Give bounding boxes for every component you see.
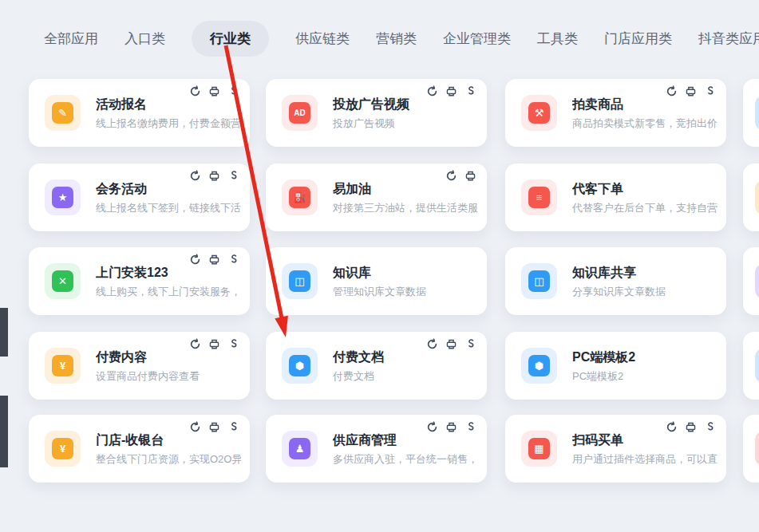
clipboard-order-icon: ≡	[521, 179, 557, 215]
card-desc: 设置商品付费内容查看	[96, 369, 241, 384]
card-desc: 用户通过插件选择商品，可以直接...	[572, 452, 717, 467]
refresh-icon[interactable]	[445, 170, 457, 182]
app-icon	[755, 348, 759, 384]
link-icon[interactable]	[464, 85, 476, 97]
card-desc: 管理知识库文章数据	[333, 285, 478, 299]
app-card-daike-xiadan[interactable]: ≡ 代客下单 代替客户在后台下单，支持自营，...	[505, 164, 726, 231]
card-title: 付费内容	[96, 349, 241, 366]
app-card-huiwu-huodong[interactable]: ★ 会务活动 线上报名线下签到，链接线下活动。	[29, 164, 250, 231]
card-desc: 商品拍卖模式新零售，竞拍出价得...	[572, 116, 717, 131]
print-icon[interactable]	[445, 338, 457, 350]
tab-marketing[interactable]: 营销类	[376, 21, 417, 57]
paid-content-icon: ¥	[45, 348, 81, 384]
tab-entrance[interactable]: 入口类	[125, 21, 165, 57]
tab-industry[interactable]: 行业类	[192, 21, 269, 57]
card-title: PC端模板2	[572, 349, 717, 366]
print-icon[interactable]	[445, 85, 457, 97]
card-actions	[189, 85, 239, 97]
link-icon[interactable]	[704, 85, 716, 97]
app-icon	[755, 263, 759, 299]
refresh-icon[interactable]	[189, 421, 201, 433]
link-icon[interactable]	[227, 85, 239, 97]
app-card-saoma-maidan[interactable]: ▦ 扫码买单 用户通过插件选择商品，可以直接...	[505, 415, 726, 483]
tab-enterprise-mgmt[interactable]: 企业管理类	[443, 21, 511, 57]
open-book-icon: ◫	[282, 263, 318, 299]
partial-card[interactable]	[743, 79, 759, 147]
card-desc: 分享知识库文章数据	[572, 285, 717, 299]
card-actions	[189, 254, 239, 266]
card-actions	[666, 421, 716, 433]
tab-all-apps[interactable]: 全部应用	[44, 21, 98, 57]
print-icon[interactable]	[208, 85, 220, 97]
card-desc: 多供应商入驻，平台统一销售，商...	[333, 452, 478, 467]
refresh-icon[interactable]	[426, 85, 438, 97]
left-edge-panel-fragment	[0, 396, 8, 467]
app-icon	[755, 95, 759, 131]
card-desc: 投放广告视频	[333, 116, 478, 131]
card-title: 活动报名	[96, 97, 241, 113]
print-icon[interactable]	[208, 170, 220, 182]
ad-video-icon: AD	[282, 95, 318, 131]
signup-form-icon: ✎	[45, 95, 81, 131]
card-title: 门店-收银台	[96, 432, 241, 449]
link-icon[interactable]	[464, 421, 476, 433]
card-title: 扫码买单	[572, 432, 717, 449]
app-card-fufei-wendang[interactable]: ⬢ 付费文档 付费文档	[266, 332, 487, 400]
card-title: 投放广告视频	[333, 97, 478, 113]
card-actions	[189, 338, 239, 350]
card-actions	[189, 170, 239, 182]
app-card-paimai-shangpin[interactable]: ⚒ 拍卖商品 商品拍卖模式新零售，竞拍出价得...	[505, 79, 726, 147]
cube-doc-icon: ⬢	[282, 348, 318, 384]
print-icon[interactable]	[685, 421, 697, 433]
refresh-icon[interactable]	[666, 421, 678, 433]
tab-douyin-apps[interactable]: 抖音类应用	[698, 21, 759, 57]
app-card-zhishiku[interactable]: ◫ 知识库 管理知识库文章数据	[266, 247, 487, 315]
link-icon[interactable]	[227, 338, 239, 350]
toolbox-icon: ✕	[45, 263, 81, 299]
link-icon[interactable]	[704, 421, 716, 433]
print-icon[interactable]	[208, 254, 220, 266]
print-icon[interactable]	[685, 85, 697, 97]
refresh-icon[interactable]	[426, 421, 438, 433]
print-icon[interactable]	[445, 421, 457, 433]
refresh-icon[interactable]	[189, 338, 201, 350]
app-card-pc-template-2[interactable]: ⬢ PC端模板2 PC端模板2	[505, 332, 726, 400]
refresh-icon[interactable]	[666, 85, 678, 97]
card-title: 付费文档	[333, 349, 478, 366]
scan-pay-icon: ▦	[521, 431, 557, 467]
link-icon[interactable]	[227, 421, 239, 433]
app-card-gongyingshang-guanli[interactable]: ♟ 供应商管理 多供应商入驻，平台统一销售，商...	[266, 415, 487, 483]
app-card-shangmen-anzhuang[interactable]: ✕ 上门安装123 线上购买，线下上门安装服务，核...	[29, 247, 250, 315]
print-icon[interactable]	[208, 338, 220, 350]
link-icon[interactable]	[227, 254, 239, 266]
card-desc: 整合线下门店资源，实现O2O异业...	[96, 452, 241, 467]
partial-card[interactable]	[743, 164, 759, 231]
app-card-huodong-baoming[interactable]: ✎ 活动报名 线上报名缴纳费用，付费金额营销...	[29, 79, 250, 147]
partial-card[interactable]	[743, 415, 759, 483]
app-card-mendian-shouyintai[interactable]: ¥ 门店-收银台 整合线下门店资源，实现O2O异业...	[29, 415, 250, 483]
tab-tools[interactable]: 工具类	[537, 21, 578, 57]
print-icon[interactable]	[464, 170, 476, 182]
partial-card[interactable]	[743, 247, 759, 315]
app-card-fufei-neirong[interactable]: ¥ 付费内容 设置商品付费内容查看	[29, 332, 250, 400]
print-icon[interactable]	[208, 421, 220, 433]
cube-template-icon: ⬢	[521, 348, 557, 384]
refresh-icon[interactable]	[426, 338, 438, 350]
app-market-page: 全部应用 入口类 行业类 供应链类 营销类 企业管理类 工具类 门店应用类 抖音…	[0, 0, 759, 532]
link-icon[interactable]	[227, 170, 239, 182]
refresh-icon[interactable]	[189, 170, 201, 182]
card-desc: 线上报名线下签到，链接线下活动。	[96, 201, 241, 215]
tab-supply-chain[interactable]: 供应链类	[295, 21, 350, 57]
app-card-toufang-guanggao-shipin[interactable]: AD 投放广告视频 投放广告视频	[266, 79, 487, 147]
link-icon[interactable]	[464, 338, 476, 350]
refresh-icon[interactable]	[189, 254, 201, 266]
app-icon	[755, 431, 759, 467]
app-card-yijiayou[interactable]: ⛽ 易加油 对接第三方油站，提供生活类服务。	[266, 164, 487, 231]
tab-store-apps[interactable]: 门店应用类	[604, 21, 672, 57]
card-actions	[426, 338, 476, 350]
card-title: 知识库共享	[572, 265, 717, 282]
partial-card[interactable]	[743, 332, 759, 400]
app-icon	[755, 179, 759, 215]
app-card-zhishiku-gongxiang[interactable]: ◫ 知识库共享 分享知识库文章数据	[505, 247, 726, 315]
refresh-icon[interactable]	[189, 85, 201, 97]
